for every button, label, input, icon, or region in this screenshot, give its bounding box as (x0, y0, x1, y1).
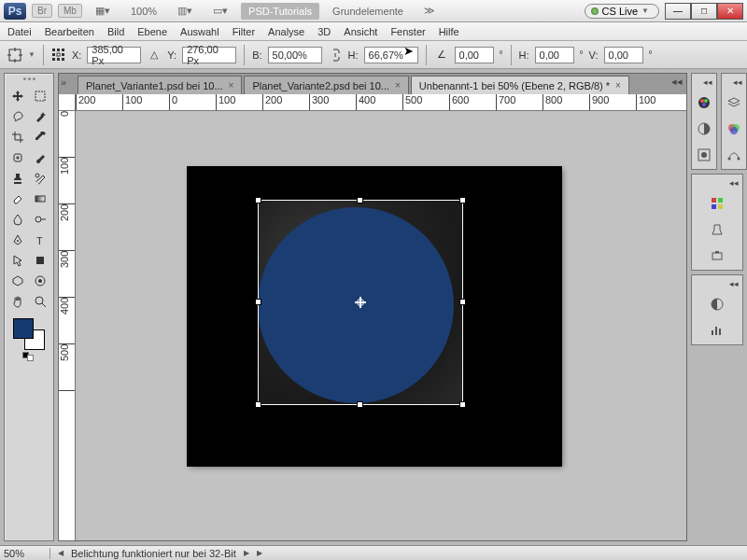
stamp-tool[interactable] (7, 169, 28, 188)
transform-handle[interactable] (459, 197, 466, 203)
window-minimize-button[interactable]: — (665, 3, 691, 20)
document-tab[interactable]: Planet_Variante1.psd bei 10...× (78, 76, 242, 94)
histogram-panel-icon[interactable] (707, 320, 727, 341)
menu-auswahl[interactable]: Auswahl (180, 26, 219, 37)
screenmode-button[interactable]: ▭▾ (205, 3, 235, 19)
expand-panels-icon[interactable]: ◂◂ (671, 76, 683, 88)
y-field[interactable]: 276,00 Px (182, 47, 236, 63)
navigator-panel-icon[interactable] (707, 294, 727, 315)
close-tab-icon[interactable]: × (229, 80, 234, 91)
horizontal-ruler[interactable]: 2001000100200300400500600700800900100 (76, 94, 686, 111)
eyedropper-tool[interactable] (30, 128, 50, 147)
workspace-tutorials[interactable]: PSD-Tutorials (241, 3, 319, 20)
workspace-grundelemente[interactable]: Grundelemente (325, 4, 411, 19)
menu-bearbeiten[interactable]: Bearbeiten (45, 26, 94, 37)
move-tool[interactable] (7, 87, 28, 105)
hand-tool[interactable] (7, 292, 28, 311)
transform-bounding-box[interactable] (258, 200, 463, 405)
transform-handle[interactable] (459, 401, 466, 408)
masks-panel-icon[interactable] (694, 145, 714, 165)
3d-tool[interactable] (7, 272, 28, 290)
color-panel-icon[interactable] (694, 92, 714, 113)
pen-tool[interactable] (7, 231, 28, 249)
minibridge-button[interactable]: Mb (58, 4, 82, 18)
expand-dock-icon[interactable]: ◂◂ (733, 77, 742, 87)
dodge-tool[interactable] (30, 210, 50, 229)
menu-hilfe[interactable]: Hilfe (439, 26, 459, 37)
expand-dock-icon[interactable]: ◂◂ (729, 279, 739, 288)
status-next-icon[interactable]: ▶ (244, 549, 249, 557)
zoom-level[interactable]: 100% (123, 4, 164, 19)
zoom-tool[interactable] (30, 292, 50, 311)
transform-handle[interactable] (255, 197, 261, 203)
x-field[interactable]: 385,00 Px (87, 47, 141, 63)
menu-3d[interactable]: 3D (317, 26, 331, 37)
gradient-tool[interactable] (30, 189, 50, 208)
expand-dock-icon[interactable]: ◂◂ (729, 178, 739, 188)
menu-filter[interactable]: Filter (233, 26, 255, 37)
expand-docs-left[interactable]: » (61, 77, 66, 88)
menu-ebene[interactable]: Ebene (137, 26, 167, 37)
menu-ansicht[interactable]: Ansicht (344, 26, 377, 37)
cs-live-button[interactable]: CS Live▼ (585, 4, 659, 19)
status-prev-icon[interactable]: ◀ (58, 549, 63, 557)
h-field[interactable]: 66,67% (364, 47, 418, 63)
3d-camera-tool[interactable] (30, 272, 50, 290)
skew-h-field[interactable]: 0,00 (535, 47, 574, 63)
menu-fenster[interactable]: Fenster (390, 26, 425, 37)
transform-handle[interactable] (255, 401, 261, 408)
delta-icon[interactable]: △ (147, 48, 162, 63)
transform-center-icon[interactable] (355, 297, 366, 308)
blur-tool[interactable] (7, 210, 28, 229)
paths-panel-icon[interactable] (724, 145, 744, 165)
window-close-button[interactable]: ✕ (717, 3, 743, 20)
expand-dock-icon[interactable]: ◂◂ (703, 77, 712, 87)
reference-point-icon[interactable] (51, 48, 66, 63)
default-colors-icon[interactable] (22, 352, 35, 361)
document-tab[interactable]: Unbenannt-1 bei 50% (Ebene 2, RGB/8) *× (411, 76, 629, 94)
panel-grip[interactable] (10, 77, 48, 83)
tool-preset-dropdown[interactable]: ▼ (28, 50, 35, 59)
bridge-button[interactable]: Br (32, 4, 52, 18)
status-menu-icon[interactable]: ▶ (257, 549, 262, 557)
foreground-color[interactable] (13, 318, 34, 339)
menu-datei[interactable]: Datei (7, 26, 32, 37)
channels-panel-icon[interactable] (724, 119, 744, 139)
menu-analyse[interactable]: Analyse (268, 26, 304, 37)
type-tool[interactable]: T (30, 231, 50, 249)
shape-tool[interactable] (30, 251, 50, 270)
styles-panel-icon[interactable] (707, 219, 727, 240)
angle-field[interactable]: 0,00 (455, 47, 494, 63)
arrange-button[interactable]: ▥▾ (170, 3, 200, 19)
magic-wand-tool[interactable] (30, 107, 50, 126)
crop-tool[interactable] (7, 128, 28, 147)
skew-v-field[interactable]: 0,00 (604, 47, 643, 63)
window-maximize-button[interactable]: □ (691, 3, 717, 20)
swatches-panel-icon[interactable] (707, 193, 727, 214)
transform-handle[interactable] (357, 401, 363, 408)
transform-handle[interactable] (459, 299, 466, 305)
menu-bild[interactable]: Bild (107, 26, 124, 37)
eraser-tool[interactable] (7, 189, 28, 208)
workspace-more[interactable]: ≫ (416, 3, 443, 19)
path-select-tool[interactable] (7, 251, 28, 270)
link-wh-icon[interactable] (328, 48, 343, 63)
ruler-origin[interactable] (59, 94, 76, 111)
document-tab[interactable]: Planet_Variante2.psd bei 10...× (244, 76, 408, 94)
marquee-tool[interactable] (30, 87, 50, 105)
history-brush-tool[interactable] (30, 169, 50, 188)
layers-panel-icon[interactable] (724, 92, 744, 113)
healing-tool[interactable] (7, 148, 28, 167)
transform-handle[interactable] (357, 197, 363, 203)
status-zoom[interactable]: 50% (4, 548, 50, 559)
brush-tool[interactable] (30, 148, 50, 167)
transform-handle[interactable] (255, 299, 261, 305)
adjustments-panel-icon[interactable] (694, 119, 714, 139)
view-extras-button[interactable]: ▦▾ (88, 3, 118, 19)
close-tab-icon[interactable]: × (615, 80, 621, 91)
actions-panel-icon[interactable] (707, 245, 727, 266)
close-tab-icon[interactable]: × (395, 80, 401, 91)
vertical-ruler[interactable]: 0100200300400500 (59, 111, 76, 540)
canvas-stage[interactable] (76, 111, 686, 540)
color-swatches[interactable] (13, 318, 45, 350)
